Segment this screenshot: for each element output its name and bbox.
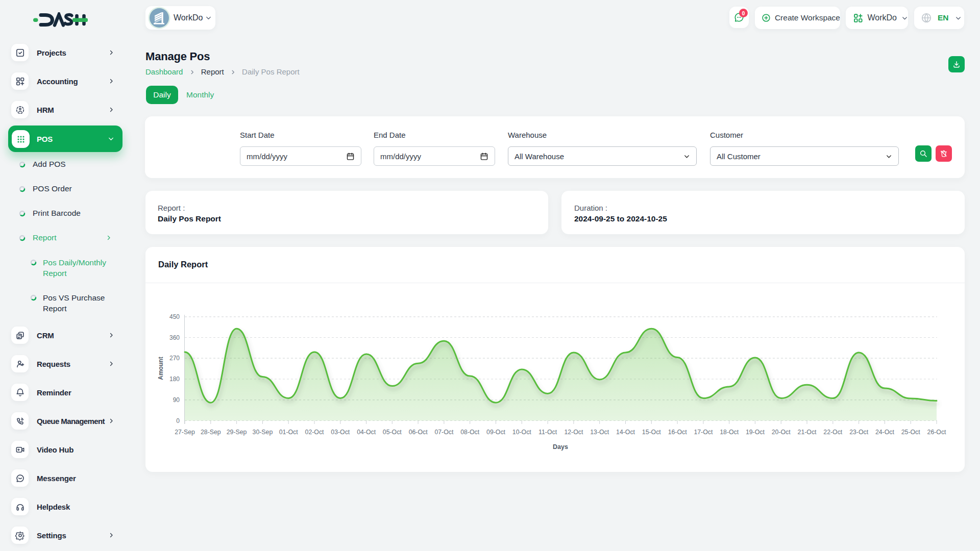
svg-text:27-Sep: 27-Sep (175, 429, 195, 436)
svg-text:09-Oct: 09-Oct (486, 429, 505, 436)
svg-text:28-Sep: 28-Sep (201, 429, 221, 436)
svg-text:450: 450 (169, 313, 180, 320)
svg-text:24-Oct: 24-Oct (875, 429, 894, 436)
svg-text:23-Oct: 23-Oct (849, 429, 868, 436)
svg-text:180: 180 (169, 375, 180, 383)
svg-text:22-Oct: 22-Oct (823, 429, 842, 436)
svg-text:26-Oct: 26-Oct (927, 429, 946, 436)
svg-text:16-Oct: 16-Oct (668, 429, 687, 436)
svg-text:03-Oct: 03-Oct (331, 429, 350, 436)
svg-text:08-Oct: 08-Oct (460, 429, 479, 436)
svg-text:19-Oct: 19-Oct (746, 429, 765, 436)
svg-text:360: 360 (169, 334, 180, 341)
svg-text:12-Oct: 12-Oct (564, 429, 583, 436)
svg-text:17-Oct: 17-Oct (694, 429, 713, 436)
svg-text:29-Sep: 29-Sep (227, 429, 247, 436)
svg-text:20-Oct: 20-Oct (772, 429, 791, 436)
svg-text:Days: Days (553, 443, 568, 450)
svg-text:06-Oct: 06-Oct (409, 429, 428, 436)
svg-text:13-Oct: 13-Oct (590, 429, 609, 436)
svg-text:0: 0 (176, 417, 180, 424)
svg-text:04-Oct: 04-Oct (357, 429, 376, 436)
svg-text:270: 270 (169, 355, 180, 362)
svg-text:02-Oct: 02-Oct (305, 429, 324, 436)
svg-text:25-Oct: 25-Oct (901, 429, 920, 436)
svg-text:90: 90 (173, 396, 180, 404)
svg-text:07-Oct: 07-Oct (434, 429, 453, 436)
svg-text:14-Oct: 14-Oct (616, 429, 635, 436)
svg-text:11-Oct: 11-Oct (538, 429, 557, 436)
svg-text:01-Oct: 01-Oct (279, 429, 298, 436)
svg-text:Amount: Amount (157, 357, 164, 380)
svg-text:10-Oct: 10-Oct (512, 429, 531, 436)
svg-text:05-Oct: 05-Oct (383, 429, 402, 436)
svg-text:30-Sep: 30-Sep (253, 429, 273, 436)
svg-text:15-Oct: 15-Oct (642, 429, 661, 436)
svg-text:18-Oct: 18-Oct (720, 429, 739, 436)
svg-text:21-Oct: 21-Oct (798, 429, 817, 436)
